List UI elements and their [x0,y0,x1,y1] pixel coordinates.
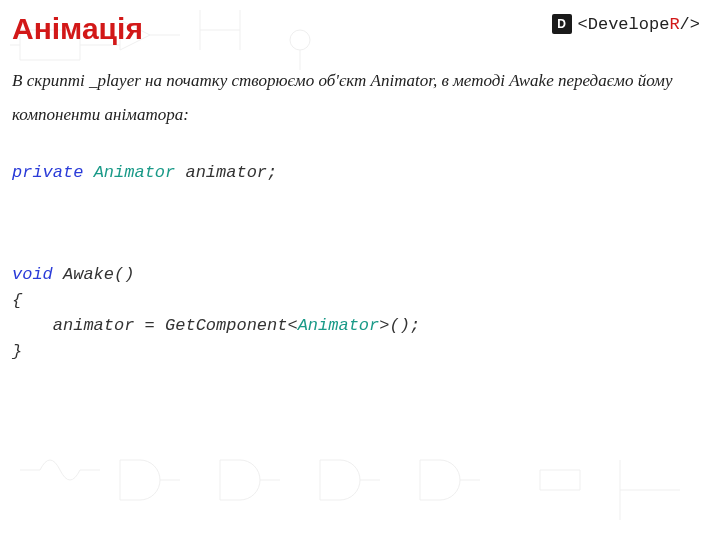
type-animator-generic: Animator [298,316,380,335]
developer-logo: D <DevelopeR/> [552,14,700,34]
developer-logo-text: <DevelopeR/> [578,15,700,34]
assign-pre: animator = GetComponent< [12,316,298,335]
intro-paragraph: В скрипті _player на початку створюємо о… [0,52,720,132]
fn-awake: Awake() [53,265,135,284]
keyword-private: private [12,163,83,182]
brace-open: { [12,291,22,310]
logo-accent: R [669,15,679,34]
logo-suffix: /> [680,15,700,34]
keyword-void: void [12,265,53,284]
logo-prefix: <Develope [578,15,670,34]
decl-ident: animator; [175,163,277,182]
developer-logo-icon: D [552,14,572,34]
assign-post: >(); [379,316,420,335]
brace-close: } [12,342,22,361]
header: Анімація D <DevelopeR/> [0,0,720,52]
code-block: private Animator animator; void Awake() … [0,132,720,364]
type-animator-decl: Animator [94,163,176,182]
page-title: Анімація [12,12,143,46]
